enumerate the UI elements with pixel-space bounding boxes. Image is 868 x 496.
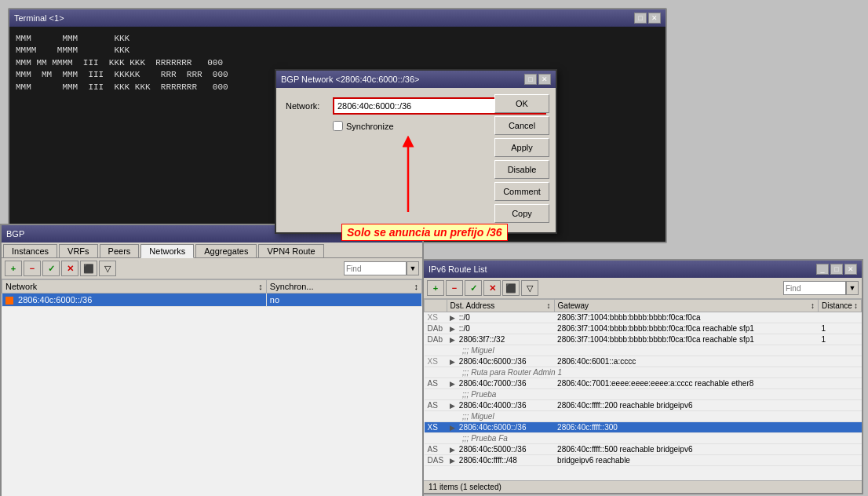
bgp-tabs: Instances VRFs Peers Networks Aggregates… — [2, 243, 422, 258]
comment-prefix — [425, 389, 447, 400]
disable-button[interactable]: Disable — [494, 160, 549, 179]
annotation-text: Solo se anuncia un prefijo /36 — [341, 224, 508, 241]
dialog-title: BGP Network <2806:40c:6000::/36> — [281, 75, 420, 84]
network-label: Network: — [286, 101, 333, 111]
cell-gateway: 2806:40c:ffff::200 reachable bridgeipv6 — [554, 400, 818, 411]
table-row[interactable]: DAb ▶ ::/0 2806:3f7:1004:bbbb:bbbb:bbbb:… — [425, 323, 862, 334]
filter-btn[interactable]: ▽ — [99, 261, 116, 276]
comment-row: ;;; Prueba — [425, 389, 862, 400]
cell-gateway: 2806:40c:ffff::300 — [554, 422, 818, 433]
cell-gateway: 2806:3f7:1004:bbbb:bbbb:bbbb:f0ca:f0ca r… — [554, 323, 818, 334]
cell-type: AS — [425, 444, 447, 455]
comment-text: ;;; Prueba — [447, 389, 861, 400]
find-input[interactable] — [344, 261, 407, 275]
terminal-controls: □ ✕ — [634, 13, 661, 24]
ipv6-close-btn[interactable]: ✕ — [844, 264, 857, 275]
col-network: Network ↕ — [2, 280, 267, 294]
table-row[interactable]: XS ▶ ::/0 2806:3f7:1004:bbbb:bbbb:bbbb:f… — [425, 312, 862, 323]
col-type — [425, 300, 447, 312]
comment-row: ;;; Ruta para Router Admin 1 — [425, 367, 862, 378]
cell-gateway: bridgeipv6 reachable — [554, 455, 818, 466]
cell-type: AS — [425, 400, 447, 411]
cell-type: XS — [425, 356, 447, 367]
table-row[interactable]: DAS ▶ 2806:40c:ffff::/48 bridgeipv6 reac… — [425, 455, 862, 466]
tab-vrfs[interactable]: VRFs — [59, 244, 98, 257]
ipv6-table: Dst. Address ↕ Gateway ↕ Distance ↕ XS ▶… — [424, 299, 862, 466]
ipv6-find-box: ▼ — [783, 281, 859, 295]
comment-button[interactable]: Comment — [494, 182, 549, 201]
comment-prefix — [425, 345, 447, 356]
table-row[interactable]: DAb ▶ 2806:3f7::/32 2806:3f7:1004:bbbb:b… — [425, 334, 862, 345]
cell-dst: ▶ 2806:40c:4000::/36 — [447, 400, 554, 411]
find-dropdown[interactable]: ▼ — [407, 261, 419, 275]
remove-btn[interactable]: − — [24, 261, 41, 276]
tab-networks[interactable]: Networks — [140, 244, 194, 258]
cell-type: DAS — [425, 455, 447, 466]
annotation-arrow — [385, 133, 432, 228]
synchronize-checkbox[interactable] — [333, 121, 343, 131]
ipv6-add-btn[interactable]: + — [427, 280, 444, 296]
cell-gateway: 2806:40c:6001::a:cccc — [554, 356, 818, 367]
ipv6-min-btn[interactable]: _ — [816, 264, 829, 275]
status-text: 11 items (1 selected) — [429, 483, 501, 491]
bgp-table-container: Network ↕ Synchron... ↕ 2806:40c:6000::/… — [2, 279, 422, 480]
ipv6-remove-btn[interactable]: − — [446, 280, 463, 296]
cell-type: DAb — [425, 334, 447, 345]
dialog-titlebar: BGP Network <2806:40c:6000::/36> □ ✕ — [276, 71, 556, 88]
ipv6-status-bar: 11 items (1 selected) — [424, 480, 862, 493]
bgp-toolbar: + − ✓ ✕ ⬛ ▽ ▼ — [2, 258, 422, 279]
ok-button[interactable]: OK — [494, 94, 549, 113]
cell-distance — [819, 400, 862, 411]
tab-instances[interactable]: Instances — [3, 244, 57, 257]
cell-type: XS — [425, 422, 447, 433]
cell-distance — [819, 378, 862, 389]
dialog-restore-btn[interactable]: □ — [524, 74, 537, 85]
col-dst: Dst. Address ↕ — [447, 300, 554, 312]
tab-aggregates[interactable]: Aggregates — [195, 244, 257, 257]
ipv6-find-dropdown[interactable]: ▼ — [846, 281, 859, 295]
dialog-buttons: OK Cancel Apply Disable Comment Copy — [494, 94, 549, 223]
dialog-close-btn[interactable]: ✕ — [538, 74, 551, 85]
tab-vpn4route[interactable]: VPN4 Route — [258, 244, 323, 257]
terminal-close-btn[interactable]: ✕ — [648, 13, 661, 24]
cell-dst: ▶ 2806:40c:ffff::/48 — [447, 455, 554, 466]
copy-btn[interactable]: ⬛ — [80, 261, 97, 276]
ipv6-copy-btn[interactable]: ⬛ — [502, 280, 520, 296]
table-row[interactable]: 2806:40c:6000::/36 no — [2, 294, 422, 307]
ipv6-x-btn[interactable]: ✕ — [483, 280, 501, 296]
dialog-controls: □ ✕ — [524, 74, 551, 85]
ipv6-filter-btn[interactable]: ▽ — [521, 280, 538, 296]
table-row[interactable]: XS ▶ 2806:40c:6000::/36 2806:40c:6001::a… — [425, 356, 862, 367]
terminal-title: Terminal <1> — [14, 13, 64, 23]
bgp-table: Network ↕ Synchron... ↕ 2806:40c:6000::/… — [2, 279, 422, 307]
ipv6-check-btn[interactable]: ✓ — [465, 280, 482, 296]
cell-distance: 1 — [819, 334, 862, 345]
cell-dst: ▶ 2806:40c:6000::/36 — [447, 356, 554, 367]
cell-gateway: 2806:40c:ffff::500 reachable bridgeipv6 — [554, 444, 818, 455]
check-btn[interactable]: ✓ — [42, 261, 60, 276]
table-row[interactable]: AS ▶ 2806:40c:5000::/36 2806:40c:ffff::5… — [425, 444, 862, 455]
col-gateway: Gateway ↕ — [554, 300, 818, 312]
cell-distance — [819, 356, 862, 367]
apply-button[interactable]: Apply — [494, 138, 549, 157]
table-row[interactable]: XS ▶ 2806:40c:6000::/36 2806:40c:ffff::3… — [425, 422, 862, 433]
tab-peers[interactable]: Peers — [100, 244, 140, 257]
add-btn[interactable]: + — [5, 261, 22, 276]
bgp-title: BGP — [6, 229, 24, 239]
ipv6-find-input[interactable] — [783, 281, 846, 295]
x-btn[interactable]: ✕ — [61, 261, 78, 276]
copy-button[interactable]: Copy — [494, 204, 549, 223]
cell-dst: ▶ 2806:40c:7000::/36 — [447, 378, 554, 389]
terminal-restore-btn[interactable]: □ — [634, 13, 647, 24]
cell-gateway: 2806:3f7:1004:bbbb:bbbb:bbbb:f0ca:f0ca — [554, 312, 818, 323]
ipv6-restore-btn[interactable]: □ — [830, 264, 843, 275]
table-row[interactable]: AS ▶ 2806:40c:7000::/36 2806:40c:7001:ee… — [425, 378, 862, 389]
table-row[interactable]: AS ▶ 2806:40c:4000::/36 2806:40c:ffff::2… — [425, 400, 862, 411]
cell-type: AS — [425, 378, 447, 389]
cell-distance — [819, 312, 862, 323]
comment-text: ;;; Ruta para Router Admin 1 — [447, 367, 861, 378]
terminal-line-1: MMM MMM KKK — [16, 33, 659, 45]
find-box: ▼ — [344, 261, 419, 275]
cell-gateway: 2806:3f7:1004:bbbb:bbbb:bbbb:f0ca:f0ca r… — [554, 334, 818, 345]
cancel-button[interactable]: Cancel — [494, 116, 549, 135]
